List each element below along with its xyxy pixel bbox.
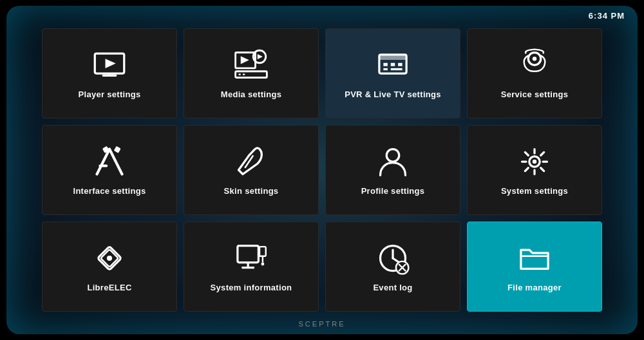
tile-label-libreelec: LibreELEC bbox=[82, 283, 137, 293]
service-icon bbox=[515, 48, 554, 83]
tile-label-profile-settings: Profile settings bbox=[356, 186, 430, 196]
skin-icon bbox=[232, 144, 270, 180]
tile-label-media-settings: Media settings bbox=[216, 90, 287, 100]
tile-label-event-log: Event log bbox=[368, 283, 417, 293]
tile-libreelec[interactable]: LibreELEC bbox=[42, 222, 177, 312]
brand-label: SCEPTRE bbox=[299, 320, 346, 328]
tile-service-settings[interactable]: Service settings bbox=[467, 28, 602, 118]
tile-profile-settings[interactable]: Profile settings bbox=[325, 125, 460, 215]
svg-point-37 bbox=[261, 263, 264, 266]
svg-point-28 bbox=[533, 160, 537, 164]
tile-label-system-settings: System settings bbox=[496, 186, 573, 196]
tile-label-file-manager: File manager bbox=[502, 283, 567, 293]
svg-rect-16 bbox=[383, 68, 388, 70]
svg-line-25 bbox=[245, 155, 253, 168]
sysinfo-icon bbox=[232, 241, 270, 276]
tv-frame: 6:34 PM Player settingsMedia settingsPVR… bbox=[6, 6, 638, 334]
tile-event-log[interactable]: Event log bbox=[325, 222, 460, 312]
media-icon bbox=[232, 48, 270, 83]
svg-line-20 bbox=[97, 149, 110, 175]
svg-rect-24 bbox=[114, 146, 121, 153]
svg-point-31 bbox=[107, 256, 112, 261]
svg-point-19 bbox=[533, 57, 537, 61]
tile-label-skin-settings: Skin settings bbox=[219, 186, 284, 196]
tile-system-settings[interactable]: System settings bbox=[467, 125, 602, 215]
time-display: 6:34 PM bbox=[589, 11, 625, 21]
svg-line-21 bbox=[109, 149, 122, 175]
svg-rect-35 bbox=[260, 247, 266, 256]
tile-label-service-settings: Service settings bbox=[496, 90, 574, 100]
system-icon bbox=[515, 144, 554, 180]
svg-rect-12 bbox=[379, 55, 406, 60]
libreelec-icon bbox=[90, 241, 129, 276]
svg-rect-14 bbox=[391, 63, 395, 66]
tile-system-information[interactable]: System information bbox=[184, 222, 319, 312]
tile-player-settings[interactable]: Player settings bbox=[42, 28, 177, 118]
interface-icon bbox=[90, 144, 129, 180]
tile-media-settings[interactable]: Media settings bbox=[184, 28, 319, 118]
tile-skin-settings[interactable]: Skin settings bbox=[184, 125, 319, 215]
svg-rect-32 bbox=[238, 246, 259, 263]
player-icon bbox=[90, 48, 129, 83]
tile-file-manager[interactable]: File manager bbox=[467, 222, 602, 312]
svg-rect-17 bbox=[391, 68, 402, 70]
svg-point-26 bbox=[386, 149, 399, 162]
tile-interface-settings[interactable]: Interface settings bbox=[42, 125, 177, 215]
svg-marker-8 bbox=[258, 54, 263, 59]
tile-label-pvr-livetv-settings: PVR & Live TV settings bbox=[339, 90, 446, 100]
svg-marker-1 bbox=[106, 59, 116, 68]
profile-icon bbox=[374, 144, 412, 180]
svg-rect-13 bbox=[383, 63, 388, 66]
filemanager-icon bbox=[515, 241, 554, 276]
svg-line-40 bbox=[393, 258, 399, 263]
svg-rect-15 bbox=[398, 63, 402, 66]
tile-label-player-settings: Player settings bbox=[73, 90, 146, 100]
tile-label-interface-settings: Interface settings bbox=[68, 186, 151, 196]
tile-pvr-livetv-settings[interactable]: PVR & Live TV settings bbox=[325, 28, 460, 118]
svg-marker-5 bbox=[241, 56, 249, 64]
tile-label-system-information: System information bbox=[205, 283, 298, 293]
eventlog-icon bbox=[374, 241, 412, 276]
pvr-icon bbox=[374, 48, 412, 83]
settings-grid: Player settingsMedia settingsPVR & Live … bbox=[29, 15, 615, 325]
